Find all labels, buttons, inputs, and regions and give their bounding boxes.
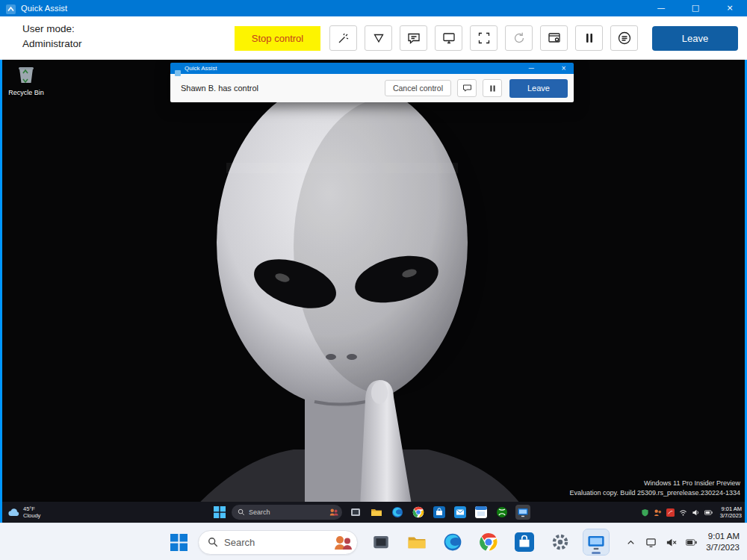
remote-pause-button[interactable] [483, 79, 502, 97]
remote-start-button[interactable] [214, 506, 226, 518]
calendar-icon [475, 506, 487, 518]
wifi-icon[interactable] [679, 508, 687, 517]
remote-taskbar-center: Search [214, 502, 530, 523]
remote-task-view-button[interactable] [348, 505, 363, 520]
windows-logo-icon [170, 534, 187, 551]
chevron-up-icon[interactable] [625, 537, 636, 548]
maximize-button[interactable]: □ [678, 0, 713, 16]
annotate-button[interactable] [365, 25, 392, 51]
remote-qa-close-button[interactable]: × [561, 65, 566, 72]
battery-icon[interactable] [686, 537, 697, 548]
details-button[interactable] [610, 25, 638, 51]
remote-clock[interactable]: 9:01 AM 3/7/2023 [720, 505, 742, 519]
laser-pointer-icon [336, 31, 351, 46]
user-mode-value: Administrator [22, 37, 82, 52]
host-date: 3/7/2023 [706, 542, 740, 553]
actual-size-button[interactable] [470, 25, 498, 51]
user-mode: User mode: Administrator [22, 22, 82, 52]
store-icon [433, 506, 445, 518]
remote-edge-button[interactable] [390, 505, 405, 520]
minimize-button[interactable]: — [644, 0, 678, 16]
monitor-icon [441, 31, 456, 46]
volume-icon[interactable] [692, 508, 700, 517]
watermark-line1: Windows 11 Pro Insider Preview [570, 479, 741, 488]
cancel-control-button[interactable]: Cancel control [385, 80, 451, 96]
host-taskbar: Search 9:01 AM 3/7/2023 [0, 523, 747, 560]
host-start-button[interactable] [170, 534, 187, 551]
recycle-bin-label: Recycle Bin [7, 89, 46, 96]
remote-mail-button[interactable] [453, 505, 468, 520]
host-search-box[interactable]: Search [198, 530, 358, 555]
remote-chrome-button[interactable] [411, 505, 426, 520]
chat-icon [406, 31, 421, 46]
remote-search-label: Search [249, 508, 270, 516]
remote-chat-button[interactable] [457, 79, 477, 97]
pause-button[interactable] [575, 25, 603, 51]
host-time: 9:01 AM [706, 531, 740, 542]
display-tray-icon[interactable] [645, 537, 657, 548]
remote-leave-button[interactable]: Leave [509, 79, 568, 98]
host-chrome-button[interactable] [476, 529, 501, 555]
shield-tray-icon[interactable] [641, 508, 649, 517]
host-edge-button[interactable] [440, 529, 465, 555]
restart-button[interactable] [505, 25, 533, 51]
fullscreen-icon [477, 31, 492, 46]
windows-logo-icon [214, 506, 226, 518]
host-taskbar-center: Search [170, 523, 609, 560]
instruction-channel-button[interactable] [400, 25, 427, 51]
search-people-icon [333, 534, 353, 550]
wallpaper-alien-image [2, 60, 745, 523]
watermark-line2: Evaluation copy. Build 25309.rs_prerelea… [570, 488, 741, 498]
edge-icon [443, 532, 462, 552]
host-store-button[interactable] [512, 529, 537, 555]
remote-qa-title: Quick Assist [185, 65, 217, 72]
remote-weather-temp: 45°F [23, 505, 40, 512]
remote-search-box[interactable]: Search [232, 505, 342, 520]
xbox-icon [496, 506, 508, 518]
annotate-icon [371, 31, 386, 46]
remote-calendar-button[interactable] [474, 505, 489, 520]
restart-icon [512, 31, 527, 46]
host-settings-button[interactable] [548, 529, 573, 555]
task-view-icon [350, 506, 362, 518]
remote-desktop-viewport[interactable]: Recycle Bin Quick Assist — × Shawn B. ha… [0, 60, 747, 523]
task-manager-icon [547, 31, 562, 46]
recycle-bin-glyph [16, 64, 36, 85]
remote-store-button[interactable] [432, 505, 447, 520]
remote-date: 3/7/2023 [720, 512, 742, 519]
volume-muted-icon[interactable] [666, 537, 677, 548]
pdf-tray-icon[interactable] [666, 508, 675, 517]
stop-control-button[interactable]: Stop control [235, 26, 320, 51]
task-view-icon [371, 532, 391, 552]
remote-file-explorer-button[interactable] [369, 505, 384, 520]
host-quick-assist-button[interactable] [583, 529, 609, 555]
store-icon [515, 532, 534, 552]
close-button[interactable]: × [713, 0, 747, 16]
host-clock[interactable]: 9:01 AM 3/7/2023 [706, 531, 740, 553]
titlebar: Quick Assist — □ × [0, 0, 747, 16]
task-manager-button[interactable] [540, 25, 568, 51]
remote-qa-body: Shawn B. has control Cancel control Leav… [170, 74, 574, 102]
host-task-view-button[interactable] [368, 529, 394, 555]
remote-weather-desc: Cloudy [23, 512, 40, 519]
remote-screen-share-button[interactable] [515, 505, 530, 520]
pause-icon [582, 31, 597, 46]
remote-xbox-button[interactable] [495, 505, 509, 520]
host-file-explorer-button[interactable] [404, 529, 430, 555]
remote-quick-assist-window[interactable]: Quick Assist — × Shawn B. has control Ca… [170, 63, 574, 102]
toolbar-icon-buttons [329, 25, 638, 51]
remote-qa-titlebar: Quick Assist — × [170, 63, 574, 74]
remote-weather-widget[interactable]: 45°F Cloudy [8, 505, 40, 519]
window-title: Quick Assist [21, 4, 67, 13]
select-monitor-button[interactable] [435, 25, 462, 51]
laser-pointer-button[interactable] [329, 25, 357, 51]
remote-qa-minimize-button[interactable]: — [528, 65, 534, 72]
chrome-icon [479, 532, 498, 552]
leave-button[interactable]: Leave [652, 26, 738, 51]
recycle-bin-icon[interactable]: Recycle Bin [7, 64, 46, 96]
battery-icon[interactable] [704, 508, 713, 517]
user-mode-label: User mode: [22, 22, 82, 37]
people-tray-icon[interactable] [654, 508, 662, 517]
remote-taskbar: 45°F Cloudy Search [2, 502, 745, 523]
search-people-icon [329, 508, 338, 517]
